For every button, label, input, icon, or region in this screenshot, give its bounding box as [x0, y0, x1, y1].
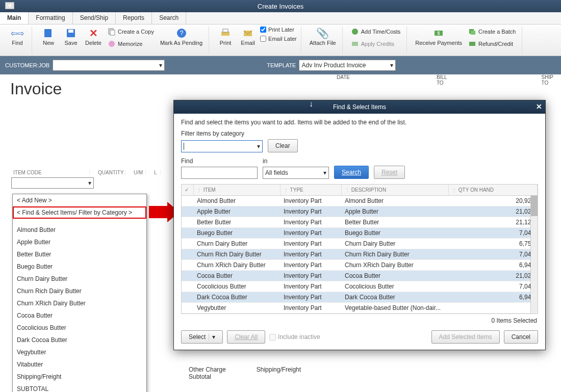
- receive-icon: $: [433, 28, 444, 39]
- tab-reports[interactable]: Reports: [116, 12, 152, 24]
- filter-category-combo[interactable]: ▾: [181, 140, 263, 152]
- dropdown-add-new[interactable]: < Add New >: [13, 194, 146, 206]
- dropdown-item[interactable]: Churn Rich Dairy Butter: [13, 285, 146, 297]
- svg-rect-4: [110, 30, 115, 35]
- email-button[interactable]: Email: [238, 27, 258, 47]
- in-combo[interactable]: All fields▾: [263, 167, 329, 179]
- dropdown-item[interactable]: Better Butter: [13, 248, 146, 260]
- dropdown-item[interactable]: Vitabutter: [13, 358, 146, 371]
- memorize-icon: [108, 40, 116, 48]
- create-copy-button[interactable]: Create a Copy: [106, 27, 156, 37]
- find-label: Find: [181, 158, 258, 165]
- refund-icon: [468, 40, 476, 48]
- drag-arrow-icon: ↓: [309, 99, 313, 109]
- copy-icon: [108, 28, 116, 36]
- col-type-header[interactable]: ⋮ TYPE: [280, 185, 342, 195]
- table-row[interactable]: Cocolicious ButterInventory PartCocolici…: [182, 281, 538, 292]
- delete-icon: ✕: [88, 28, 99, 39]
- receive-payments-button[interactable]: $Receive Payments: [413, 27, 464, 47]
- print-later-checkbox[interactable]: Print Later: [260, 27, 297, 33]
- window-menu-icon[interactable]: ▾: [5, 2, 14, 9]
- new-button[interactable]: New: [38, 27, 59, 47]
- cancel-button[interactable]: Cancel: [504, 330, 538, 344]
- svg-rect-9: [223, 29, 228, 32]
- col-check[interactable]: ✓: [182, 185, 194, 195]
- delete-button[interactable]: ✕Delete: [83, 27, 104, 47]
- attach-icon: 📎: [317, 28, 328, 39]
- email-later-checkbox[interactable]: Email Later: [260, 36, 297, 42]
- window-title: Create Invoices: [258, 3, 303, 10]
- batch-icon: [468, 28, 476, 36]
- tab-search[interactable]: Search: [152, 12, 186, 24]
- save-button[interactable]: Save: [61, 27, 81, 47]
- clear-all-button[interactable]: Clear All: [227, 330, 265, 344]
- dropdown-item[interactable]: Shipping/Freight: [13, 371, 146, 383]
- item-dropdown: < Add New > < Find & Select Items/ Filte…: [12, 194, 147, 392]
- col-desc-header[interactable]: ⋮ DESCRIPTION: [342, 185, 449, 195]
- bottom-extras: Other ChargeSubtotal Shipping/Freight: [189, 366, 301, 380]
- add-time-button[interactable]: Add Time/Costs: [349, 27, 403, 37]
- find-input[interactable]: [181, 167, 258, 179]
- table-row[interactable]: Dark Cocoa ButterInventory PartDark Coco…: [182, 292, 538, 303]
- table-row[interactable]: Apple ButterInventory PartApple Butter21…: [182, 206, 538, 217]
- search-button[interactable]: Search: [334, 166, 369, 179]
- table-row[interactable]: Churn Dairy ButterInventory PartChurn Da…: [182, 239, 538, 249]
- select-button[interactable]: Select ▾: [181, 330, 223, 344]
- dropdown-item[interactable]: Cocolicious Butter: [13, 322, 146, 334]
- add-selected-button[interactable]: Add Selected Items: [431, 330, 500, 344]
- scrollbar[interactable]: [530, 196, 538, 313]
- mark-pending-button[interactable]: ?Mark As Pending: [158, 27, 205, 47]
- billto-label: BILL TO: [437, 74, 455, 86]
- refund-button[interactable]: Refund/Credit: [466, 39, 518, 49]
- clear-button[interactable]: Clear: [268, 139, 298, 152]
- shipto-label: SHIP TO: [542, 74, 561, 86]
- dropdown-item[interactable]: Buego Butter: [13, 260, 146, 273]
- col-item-header[interactable]: ⋮ ITEM: [194, 185, 280, 195]
- svg-rect-17: [469, 42, 475, 46]
- table-row[interactable]: Better ButterInventory PartBetter Butter…: [182, 217, 538, 228]
- col-um: U/M: [134, 170, 143, 175]
- customer-bar: CUSTOMER:JOB ▾ TEMPLATE Adv Inv Product …: [0, 56, 561, 74]
- in-label: in: [263, 158, 329, 165]
- apply-credits-button[interactable]: Apply Credits: [349, 39, 403, 49]
- dropdown-item[interactable]: Cocoa Butter: [13, 309, 146, 322]
- modal-title: Find & Select Items: [333, 103, 386, 111]
- template-label: TEMPLATE: [267, 62, 296, 68]
- table-row[interactable]: Churn XRich Dairy ButterInventory PartCh…: [182, 260, 538, 271]
- dropdown-item[interactable]: Apple Butter: [13, 236, 146, 248]
- chevron-down-icon: ▾: [390, 62, 393, 69]
- find-button[interactable]: ⇦⇨ Find: [7, 27, 28, 47]
- reset-button[interactable]: Reset: [374, 166, 405, 179]
- attach-file-button[interactable]: 📎Attach File: [308, 27, 338, 47]
- print-button[interactable]: Print: [215, 27, 236, 47]
- customer-label: CUSTOMER:JOB: [5, 62, 49, 68]
- memorize-button[interactable]: Memorize: [106, 39, 156, 49]
- dropdown-item[interactable]: Almond Butter: [13, 224, 146, 236]
- table-row[interactable]: Almond ButterInventory PartAlmond Butter…: [182, 196, 538, 206]
- table-row[interactable]: Buego ButterInventory PartBuego Butter7,…: [182, 228, 538, 239]
- dropdown-item[interactable]: Churn XRich Dairy Butter: [13, 297, 146, 309]
- col-qty-header[interactable]: ⋮ QTY ON HAND: [449, 185, 538, 195]
- dropdown-item[interactable]: Churn Dairy Butter: [13, 273, 146, 285]
- table-row[interactable]: Churn Rich Dairy ButterInventory PartChu…: [182, 249, 538, 260]
- include-inactive-checkbox[interactable]: Include inactive: [269, 333, 320, 341]
- chevron-down-icon: ▾: [159, 62, 162, 69]
- tab-main[interactable]: Main: [0, 12, 29, 24]
- customer-combo[interactable]: ▾: [53, 60, 165, 71]
- template-combo[interactable]: Adv Inv Product Invoice▾: [299, 60, 396, 71]
- item-code-combo[interactable]: ▾: [11, 177, 94, 189]
- table-row[interactable]: VegybutterInventory PartVegetable-based …: [182, 303, 538, 313]
- create-batch-button[interactable]: Create a Batch: [466, 27, 518, 37]
- dropdown-item[interactable]: Vegybutter: [13, 346, 146, 358]
- svg-rect-12: [352, 42, 358, 46]
- nav-arrows-icon: ⇦⇨: [12, 28, 23, 39]
- tab-sendship[interactable]: Send/Ship: [73, 12, 116, 24]
- dropdown-find-select[interactable]: < Find & Select Items/ Filter by Categor…: [13, 206, 146, 219]
- dropdown-item[interactable]: SUBTOTAL: [13, 383, 146, 392]
- clock-icon: [351, 28, 359, 36]
- dropdown-item[interactable]: Dark Cocoa Butter: [13, 334, 146, 346]
- close-icon[interactable]: ✕: [536, 102, 542, 111]
- tab-formatting[interactable]: Formatting: [29, 12, 72, 24]
- save-icon: [65, 28, 76, 39]
- table-row[interactable]: Cocoa ButterInventory PartCocoa Butter21…: [182, 271, 538, 281]
